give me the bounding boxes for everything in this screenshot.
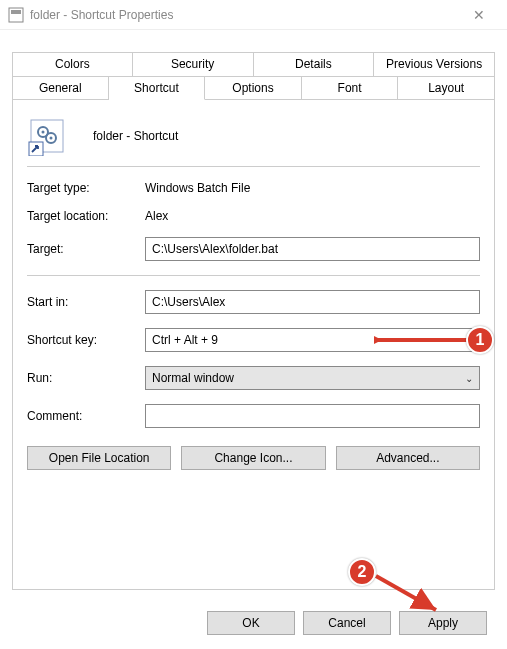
titlebar: folder - Shortcut Properties ✕: [0, 0, 507, 30]
window-icon: [8, 7, 24, 23]
value-target-type: Windows Batch File: [145, 181, 250, 195]
window-title: folder - Shortcut Properties: [30, 8, 459, 22]
separator: [27, 275, 480, 276]
label-comment: Comment:: [27, 409, 137, 423]
label-target: Target:: [27, 242, 137, 256]
tab-layout[interactable]: Layout: [398, 76, 495, 100]
svg-rect-1: [11, 10, 21, 14]
row-start-in: Start in:: [27, 290, 480, 314]
label-target-location: Target location:: [27, 209, 137, 223]
tab-options[interactable]: Options: [205, 76, 302, 100]
dialog-content: Colors Security Details Previous Version…: [12, 52, 495, 599]
tab-font[interactable]: Font: [302, 76, 399, 100]
file-header: folder - Shortcut: [27, 116, 480, 156]
row-run: Run: Normal window ⌄: [27, 366, 480, 390]
close-icon[interactable]: ✕: [459, 4, 499, 26]
target-input[interactable]: [145, 237, 480, 261]
comment-input[interactable]: [145, 404, 480, 428]
svg-point-5: [42, 131, 45, 134]
dialog-buttons: OK Cancel Apply: [207, 611, 487, 635]
cancel-button[interactable]: Cancel: [303, 611, 391, 635]
label-target-type: Target type:: [27, 181, 137, 195]
tab-general[interactable]: General: [12, 76, 109, 100]
tab-security[interactable]: Security: [133, 52, 254, 76]
tab-shortcut[interactable]: Shortcut: [109, 76, 206, 100]
tab-colors[interactable]: Colors: [12, 52, 133, 76]
run-select[interactable]: Normal window ⌄: [145, 366, 480, 390]
row-comment: Comment:: [27, 404, 480, 428]
row-target-type: Target type: Windows Batch File: [27, 181, 480, 195]
annotation-callout-2: 2: [348, 558, 376, 586]
ok-button[interactable]: OK: [207, 611, 295, 635]
open-file-location-button[interactable]: Open File Location: [27, 446, 171, 470]
label-start-in: Start in:: [27, 295, 137, 309]
change-icon-button[interactable]: Change Icon...: [181, 446, 325, 470]
shortcut-file-icon: [27, 116, 67, 156]
label-shortcut-key: Shortcut key:: [27, 333, 137, 347]
action-button-row: Open File Location Change Icon... Advanc…: [27, 446, 480, 470]
apply-button[interactable]: Apply: [399, 611, 487, 635]
tab-panel-shortcut: folder - Shortcut Target type: Windows B…: [12, 100, 495, 590]
file-name: folder - Shortcut: [93, 129, 178, 143]
row-target-location: Target location: Alex: [27, 209, 480, 223]
run-selected-value: Normal window: [152, 371, 234, 385]
tabs-row-2: General Shortcut Options Font Layout: [12, 76, 495, 100]
separator: [27, 166, 480, 167]
tab-details[interactable]: Details: [254, 52, 375, 76]
value-target-location: Alex: [145, 209, 168, 223]
start-in-input[interactable]: [145, 290, 480, 314]
row-shortcut-key: Shortcut key:: [27, 328, 480, 352]
label-run: Run:: [27, 371, 137, 385]
annotation-callout-1: 1: [466, 326, 494, 354]
svg-point-6: [50, 137, 53, 140]
tab-previous-versions[interactable]: Previous Versions: [374, 52, 495, 76]
tabs-row-1: Colors Security Details Previous Version…: [12, 52, 495, 76]
chevron-down-icon: ⌄: [465, 373, 473, 384]
row-target: Target:: [27, 237, 480, 261]
advanced-button[interactable]: Advanced...: [336, 446, 480, 470]
shortcut-key-input[interactable]: [145, 328, 480, 352]
